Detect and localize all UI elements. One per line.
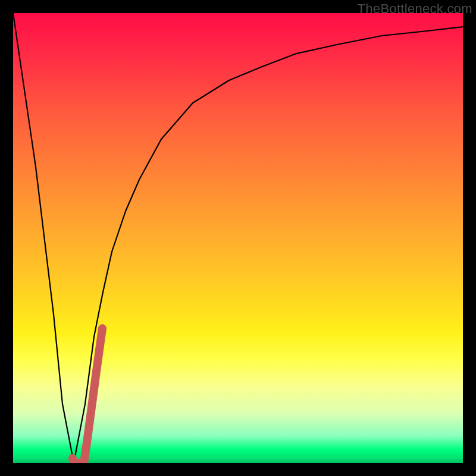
highlight-segment — [73, 328, 102, 463]
chart-figure: TheBottleneck.com — [0, 0, 476, 476]
watermark-text: TheBottleneck.com — [358, 1, 472, 17]
plot-area — [13, 13, 463, 463]
curve-layer — [13, 13, 463, 463]
bottleneck-curve — [13, 13, 463, 463]
